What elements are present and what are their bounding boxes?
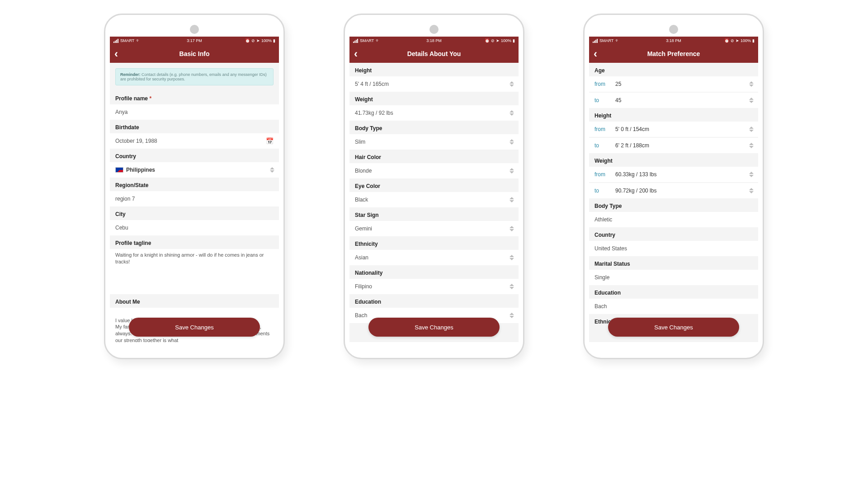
status-time: 3:18 PM (666, 38, 681, 43)
country-select[interactable]: United States (589, 241, 758, 256)
stepper-icon[interactable] (749, 98, 754, 103)
field-select[interactable]: Slim (349, 134, 519, 150)
city-input[interactable]: Cebu (110, 220, 279, 235)
stepper-icon[interactable] (749, 127, 754, 132)
region-input[interactable]: region 7 (110, 191, 279, 206)
birthdate-value: October 19, 1988 (115, 138, 157, 144)
lock-icon: ⊘ (491, 38, 495, 43)
age-from-select[interactable]: from 25 (589, 76, 758, 92)
reminder-banner: Reminder: Contact details (e.g. phone nu… (115, 68, 274, 85)
profile-name-label: Profile name * (110, 91, 279, 104)
location-icon: ➤ (256, 38, 260, 43)
field-select[interactable]: Blonde (349, 163, 519, 178)
marital-label: Marital Status (589, 256, 758, 270)
alarm-icon: ⏰ (245, 38, 250, 43)
field-select[interactable]: Asian (349, 250, 519, 265)
alarm-icon: ⏰ (485, 38, 490, 43)
stepper-icon[interactable] (509, 284, 514, 289)
calendar-icon[interactable]: 📅 (266, 137, 274, 145)
location-icon: ➤ (496, 38, 500, 43)
app-bar: ‹ Details About You (349, 45, 519, 63)
stepper-icon[interactable] (509, 81, 514, 87)
field-label: Eye Color (349, 178, 519, 192)
region-value: region 7 (115, 196, 135, 202)
body-type-select[interactable]: Athletic (589, 212, 758, 227)
screen: SMART ᯤ 3:17 PM ⏰ ⊘ ➤ 100% ▮ ‹ Basic Inf… (110, 37, 279, 342)
education-value: Bach (594, 303, 607, 310)
region-label: Region/State (110, 178, 279, 191)
field-label: Nationality (349, 265, 519, 279)
back-button[interactable]: ‹ (354, 48, 358, 59)
country-value: Philippines (126, 167, 155, 173)
content-scroll[interactable]: Height5' 4 ft / 165cmWeight41.73kg / 92 … (349, 63, 519, 342)
flag-icon (115, 167, 123, 173)
device-match-pref: SMART ᯤ 3:18 PM ⏰ ⊘ ➤ 100% ▮ ‹ Match Pre… (583, 14, 764, 359)
stepper-icon[interactable] (509, 168, 514, 174)
field-label: Height (349, 63, 519, 76)
birthdate-label: Birthdate (110, 120, 279, 133)
marital-select[interactable]: Single (589, 270, 758, 285)
stepper-icon[interactable] (749, 143, 754, 148)
field-select[interactable]: Gemini (349, 221, 519, 236)
lock-icon: ⊘ (251, 38, 255, 43)
stepper-icon[interactable] (509, 139, 514, 145)
weight-from-select[interactable]: from 60.33kg / 133 lbs (589, 167, 758, 182)
from-label: from (594, 126, 615, 132)
education-select[interactable]: Bach (589, 299, 758, 314)
field-select[interactable]: 41.73kg / 92 lbs (349, 105, 519, 121)
field-select[interactable]: Filipino (349, 279, 519, 294)
carrier-label: SMART (599, 38, 613, 43)
back-button[interactable]: ‹ (594, 48, 597, 59)
height-label: Height (589, 108, 758, 122)
content-scroll[interactable]: Age from 25 to 45 Height from (589, 63, 758, 342)
country-label: Country (110, 149, 279, 162)
stepper-icon[interactable] (749, 172, 754, 177)
save-button[interactable]: Save Changes (129, 318, 260, 337)
country-value: United States (594, 245, 627, 252)
stepper-icon[interactable] (509, 313, 514, 318)
education-label: Education (589, 285, 758, 299)
country-select[interactable]: Philippines (110, 162, 279, 178)
field-value: Gemini (355, 225, 372, 232)
save-button[interactable]: Save Changes (608, 318, 739, 337)
body-type-value: Athletic (594, 216, 612, 223)
age-to-select[interactable]: to 45 (589, 93, 758, 108)
reminder-label: Reminder: (120, 72, 141, 77)
page-title: Basic Info (179, 50, 210, 57)
stepper-icon[interactable] (509, 110, 514, 116)
profile-name-input[interactable]: Anya (110, 104, 279, 120)
birthdate-input[interactable]: October 19, 1988 📅 (110, 133, 279, 149)
battery-icon: ▮ (513, 38, 515, 43)
age-to-value: 45 (615, 97, 621, 103)
battery-icon: ▮ (752, 38, 755, 43)
stepper-icon[interactable] (509, 255, 514, 260)
status-bar: SMART ᯤ 3:17 PM ⏰ ⊘ ➤ 100% ▮ (110, 37, 279, 45)
battery-icon: ▮ (273, 38, 275, 43)
screen: SMART ᯤ 3:18 PM ⏰ ⊘ ➤ 100% ▮ ‹ Details A… (349, 37, 519, 342)
carrier-label: SMART (360, 38, 374, 43)
weight-to-select[interactable]: to 90.72kg / 200 lbs (589, 183, 758, 198)
signal-icon (113, 39, 118, 43)
field-value: 41.73kg / 92 lbs (355, 110, 393, 116)
profile-name-label-text: Profile name (115, 95, 148, 102)
height-from-value: 5' 0 ft / 154cm (615, 126, 649, 132)
field-select[interactable]: Black (349, 192, 519, 207)
marital-value: Single (594, 274, 609, 281)
to-label: to (594, 97, 615, 103)
page-title: Details About You (407, 50, 461, 57)
height-to-select[interactable]: to 6' 2 ft / 188cm (589, 138, 758, 153)
required-asterisk: * (149, 95, 151, 102)
tagline-textarea[interactable]: Waiting for a knight in shining armor - … (110, 249, 279, 270)
stepper-icon[interactable] (509, 226, 514, 231)
height-from-select[interactable]: from 5' 0 ft / 154cm (589, 122, 758, 137)
field-select[interactable]: 5' 4 ft / 165cm (349, 76, 519, 92)
stepper-icon[interactable] (749, 188, 754, 193)
stepper-icon[interactable] (270, 167, 274, 173)
stepper-icon[interactable] (749, 81, 754, 87)
back-button[interactable]: ‹ (114, 48, 118, 59)
save-button[interactable]: Save Changes (368, 318, 500, 337)
stepper-icon[interactable] (509, 197, 514, 202)
height-to-value: 6' 2 ft / 188cm (615, 142, 649, 149)
screen: SMART ᯤ 3:18 PM ⏰ ⊘ ➤ 100% ▮ ‹ Match Pre… (589, 37, 758, 342)
content-scroll[interactable]: Reminder: Contact details (e.g. phone nu… (110, 63, 279, 342)
